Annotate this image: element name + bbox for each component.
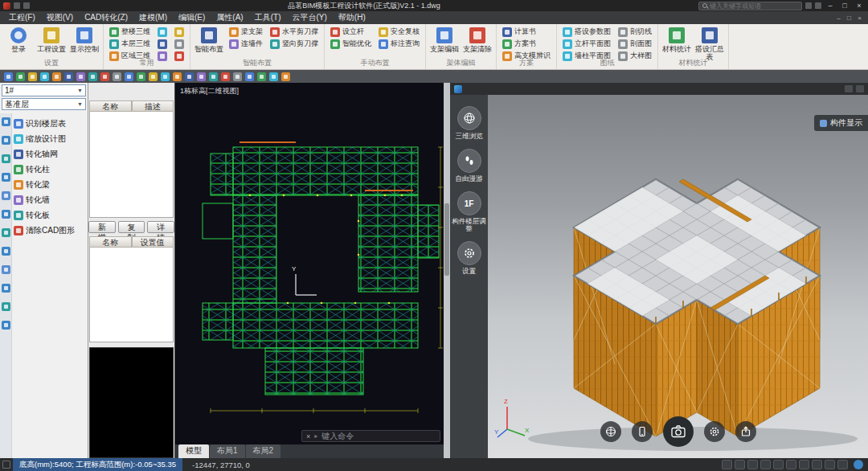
minimize-button[interactable]: –	[825, 2, 836, 10]
preview-box[interactable]	[89, 347, 174, 458]
toolbar-icon[interactable]	[4, 72, 13, 81]
setup-summary-button[interactable]: 搭设汇总表	[695, 27, 724, 61]
tab-layout1[interactable]: 布局1	[210, 444, 245, 458]
login-button[interactable]: 登录	[4, 27, 33, 53]
toolbar-icon[interactable]	[233, 72, 242, 81]
doc-close-button[interactable]: ×	[854, 13, 865, 23]
strip-tool-icon[interactable]	[2, 265, 10, 274]
tool-settings[interactable]: 设置	[452, 241, 487, 275]
common-tool-button[interactable]	[173, 39, 186, 49]
strip-tool-icon[interactable]	[2, 228, 10, 237]
toolbar-icon[interactable]	[281, 72, 290, 81]
safety-check-button[interactable]: 安全复核	[377, 27, 421, 37]
user-account-icon[interactable]	[805, 2, 812, 9]
quick-access-icon[interactable]	[14, 2, 20, 9]
smart-layout-button[interactable]: 智能布置	[194, 27, 223, 53]
strip-tool-icon[interactable]	[2, 247, 10, 256]
scale-design-drawing-item[interactable]: 缩放设计图	[12, 131, 88, 146]
menu-project[interactable]: 工程(F)	[3, 11, 41, 24]
command-close-icon[interactable]: ×	[306, 432, 310, 440]
menu-properties[interactable]: 属性(A)	[211, 11, 248, 24]
strip-tool-icon[interactable]	[2, 210, 10, 219]
name-desc-table-body[interactable]	[89, 112, 174, 218]
add-button[interactable]: 新增	[88, 221, 116, 233]
maximize-button[interactable]: □	[839, 2, 850, 10]
common-tool-button[interactable]	[156, 39, 169, 49]
toolbar-icon[interactable]	[173, 72, 182, 81]
toolbar-icon[interactable]	[149, 72, 158, 81]
command-input-hint[interactable]: 键入命令	[321, 431, 354, 442]
convert-column-item[interactable]: 转化柱	[12, 162, 88, 177]
name-value-table-body[interactable]	[89, 248, 174, 342]
strip-tool-icon[interactable]	[2, 117, 10, 126]
strip-tool-icon[interactable]	[2, 154, 10, 163]
toolbar-icon[interactable]	[209, 72, 218, 81]
strip-tool-icon[interactable]	[2, 136, 10, 145]
tab-model[interactable]: 模型	[178, 444, 209, 458]
help-search[interactable]	[698, 2, 802, 10]
screenshot-camera-button[interactable]	[663, 416, 694, 447]
convert-wall-item[interactable]: 转化墙	[12, 192, 88, 207]
smart-optimize-button[interactable]: 智能优化	[329, 39, 373, 49]
tool-free-roam[interactable]: 自由漫游	[452, 149, 487, 182]
clear-cad-graphics-item[interactable]: 清除CAD图形	[12, 223, 88, 238]
support-clear-button[interactable]: 支架清除	[463, 27, 492, 53]
toolbar-icon[interactable]	[52, 72, 61, 81]
status-toggle-icon[interactable]	[837, 460, 848, 469]
setup-parameter-drawing-button[interactable]: 搭设参数图	[561, 27, 612, 37]
menu-help[interactable]: 帮助(H)	[333, 11, 371, 24]
quick-access-icon[interactable]	[23, 2, 30, 9]
strip-tool-icon[interactable]	[2, 284, 10, 293]
scrollbar-thumb[interactable]	[444, 203, 449, 276]
toolbar-icon[interactable]	[185, 72, 194, 81]
strip-tool-icon[interactable]	[2, 321, 10, 330]
menu-view[interactable]: 视图(V)	[41, 11, 79, 24]
status-toggle-icon[interactable]	[735, 460, 745, 469]
cloud-icon[interactable]	[815, 2, 821, 9]
toolbar-icon[interactable]	[88, 72, 97, 81]
panel-menu-icon[interactable]	[856, 85, 864, 92]
status-toggle-icon[interactable]	[760, 460, 771, 469]
toolbar-icon[interactable]	[125, 72, 133, 81]
wall-tie-button[interactable]: 连墙件	[227, 39, 264, 49]
menu-tools[interactable]: 工具(T)	[249, 11, 287, 24]
search-input[interactable]	[710, 2, 798, 10]
status-toggle-icon[interactable]	[722, 460, 732, 469]
cad-viewport[interactable]: 1栋标高[二维视图]	[175, 83, 450, 458]
pole-plan-drawing-button[interactable]: 立杆平面图	[561, 39, 612, 49]
toolbar-icon[interactable]	[76, 72, 85, 81]
current-floor-3d-button[interactable]: 本层三维	[108, 39, 152, 49]
toolbar-icon[interactable]	[28, 72, 37, 81]
annotation-query-button[interactable]: 标注查询	[377, 39, 421, 49]
status-toggle-icon[interactable]	[799, 460, 809, 469]
toolbar-icon[interactable]	[197, 72, 206, 81]
whole-building-3d-button[interactable]: 整楼三维	[108, 27, 152, 37]
floor-selector[interactable]: 基准层 ▼	[2, 98, 86, 110]
toolbar-icon[interactable]	[245, 72, 254, 81]
scheme-book-button[interactable]: 方案书	[501, 39, 552, 49]
detail-button[interactable]: 详情	[147, 221, 174, 233]
pin-icon[interactable]	[845, 85, 853, 92]
copy-button[interactable]: 复制	[118, 221, 145, 233]
calculation-book-button[interactable]: 计算书	[501, 27, 552, 37]
common-tool-button[interactable]	[173, 27, 186, 37]
tool-3d-browse[interactable]: 三维浏览	[452, 106, 487, 140]
vertical-scrollbar[interactable]	[444, 83, 450, 458]
tool-floor-adjust[interactable]: 1F 构件楼层调整	[452, 191, 487, 232]
place-pole-button[interactable]: 设立杆	[329, 27, 373, 37]
toolbar-icon[interactable]	[161, 72, 170, 81]
menu-modeling[interactable]: 建模(M)	[133, 11, 173, 24]
toolbar-icon[interactable]	[221, 72, 230, 81]
status-toggle-icon[interactable]	[786, 460, 796, 469]
strip-tool-icon[interactable]	[2, 173, 10, 182]
tab-layout2[interactable]: 布局2	[246, 444, 281, 458]
convert-axis-grid-item[interactable]: 转化轴网	[12, 146, 88, 162]
display-control-button[interactable]: 显示控制	[70, 27, 99, 53]
beam-support-button[interactable]: 梁支架	[227, 27, 264, 37]
convert-beam-item[interactable]: 转化梁	[12, 177, 88, 192]
section-line-button[interactable]: 剖切线	[616, 27, 653, 37]
menu-cad-convert[interactable]: CAD转化(Z)	[79, 11, 133, 24]
viewport-3d[interactable]: 构件显示	[488, 95, 868, 458]
section-view-button[interactable]: 剖面图	[616, 39, 653, 49]
toolbar-icon[interactable]	[257, 72, 266, 81]
